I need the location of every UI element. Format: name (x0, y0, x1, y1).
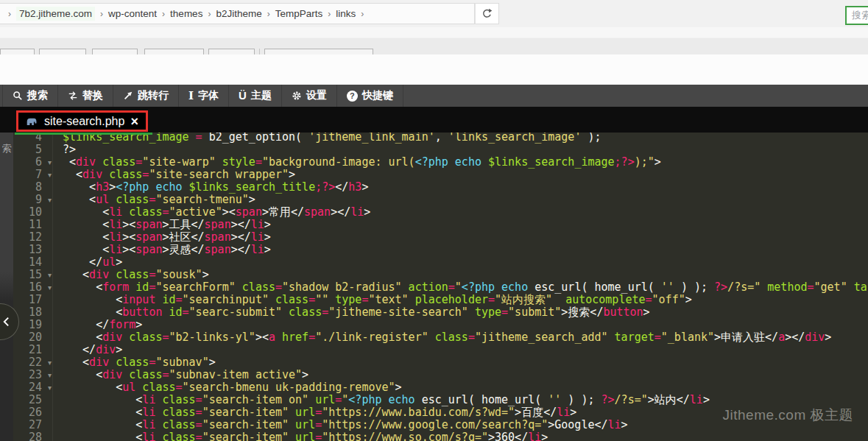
code-line[interactable]: 7▾<div class="site-search wrapper"> (13, 169, 868, 181)
code-text[interactable]: </ul> (53, 256, 868, 269)
breadcrumb-item[interactable]: links (336, 8, 356, 19)
code-line[interactable]: 21</div> (13, 344, 868, 356)
gutter: 16▾ (13, 281, 53, 294)
gutter: 26 (13, 406, 53, 419)
code-line[interactable]: 17<input id="searchinput" class="" type=… (13, 294, 868, 306)
close-icon[interactable]: × (130, 116, 138, 127)
code-text[interactable]: <form id="searchForm" class="shadow b2-r… (53, 281, 868, 294)
fold-marker-icon[interactable]: ▾ (48, 381, 52, 394)
code-line[interactable]: 19</form> (13, 319, 868, 331)
code-text[interactable]: <div class="site-search wrapper"> (53, 169, 868, 181)
code-line[interactable]: 12<li><span>社区</span></li> (13, 231, 868, 244)
code-line[interactable]: 9▾<ul class="search-tmenu"> (13, 194, 868, 206)
code-line[interactable]: 8<h3><?php echo $links_search_title;?></… (13, 181, 868, 194)
line-number: 13 (29, 243, 42, 256)
breadcrumb-item[interactable]: TempParts (275, 8, 323, 19)
toolbar-item-settings[interactable]: 设置 (282, 85, 337, 107)
code-text[interactable]: </form> (53, 319, 868, 331)
line-number: 27 (29, 418, 42, 431)
editor-window: ›7b2.jitheme.com›wp-content›themes›b2Jit… (0, 0, 868, 441)
code-line[interactable]: 15▾<div class="sousk"> (13, 269, 868, 281)
code-line[interactable]: 14</ul> (13, 256, 868, 269)
fold-marker-icon[interactable]: ▾ (48, 194, 52, 206)
line-number: 16 (29, 281, 42, 294)
code-line[interactable]: 28<li class="search-item" url="https://w… (13, 431, 868, 441)
gutter: 20 (13, 331, 53, 344)
refresh-button[interactable] (475, 3, 499, 24)
code-text[interactable]: $links_search_image = b2_get_option( 'ji… (53, 133, 868, 144)
toolbar-item-label: 跳转行 (138, 89, 169, 102)
gutter: 17 (13, 294, 53, 306)
breadcrumb-item[interactable]: 7b2.jitheme.com (16, 7, 95, 21)
code-line[interactable]: 11<li><span>工具</span></li> (13, 219, 868, 231)
code-line[interactable]: 18<button id="searc-submit" class="jithe… (13, 306, 868, 319)
code-text[interactable]: <li class="search-item" url="https://www… (53, 431, 868, 441)
gutter: 12 (13, 231, 53, 244)
fold-marker-icon[interactable]: ▾ (48, 156, 52, 169)
code-text[interactable]: <div class="subnav"> (53, 356, 868, 369)
code-text[interactable]: <ul class="search-bmenu uk-padding-remov… (53, 381, 868, 394)
code-line[interactable]: 13<li><span>灵感</span></li> (13, 244, 868, 256)
code-text[interactable]: <li class="search-item on" url="<?php ec… (53, 394, 868, 406)
code-text[interactable]: <li><span>工具</span></li> (53, 219, 868, 231)
code-text[interactable]: <ul class="search-tmenu"> (53, 194, 868, 206)
breadcrumb-item[interactable]: wp-content (108, 8, 157, 19)
fold-marker-icon[interactable]: ▾ (48, 281, 52, 294)
toolbar-item-font[interactable]: I字体 (179, 85, 229, 107)
breadcrumb-bar: ›7b2.jitheme.com›wp-content›themes›b2Jit… (0, 0, 868, 27)
gutter: 6▾ (13, 156, 53, 169)
shortcut-icon: ? (347, 91, 358, 102)
gutter: 24▾ (13, 381, 53, 394)
breadcrumb-item[interactable]: b2Jitheme (216, 8, 261, 19)
code-text[interactable]: <li><span>灵感</span></li> (53, 244, 868, 256)
code-line[interactable]: 25<li class="search-item on" url="<?php … (13, 394, 868, 406)
toolbar-item-label: 快捷键 (362, 89, 393, 102)
line-number: 26 (29, 406, 42, 419)
background-panel (0, 54, 868, 85)
search-box[interactable]: 搜索 (845, 6, 868, 25)
toolbar-item-label: 设置 (306, 89, 327, 102)
toolbar-item-theme[interactable]: Ü主题 (229, 85, 282, 107)
code-text[interactable]: <li><span>社区</span></li> (53, 231, 868, 244)
code-line[interactable]: 22▾<div class="subnav"> (13, 356, 868, 369)
jump-icon (123, 91, 133, 101)
code-text[interactable]: </div> (53, 344, 868, 356)
fold-marker-icon[interactable]: ▾ (48, 269, 52, 281)
theme-icon: Ü (239, 91, 247, 101)
toolbar-item-search[interactable]: 搜索 (2, 85, 58, 107)
code-text[interactable]: <input id="searchinput" class="" type="t… (53, 294, 868, 306)
line-number: 10 (29, 205, 42, 219)
code-line[interactable]: 5?> (13, 144, 868, 156)
code-text[interactable]: <button id="searc-submit" class="jitheme… (53, 306, 868, 319)
code-text[interactable]: <h3><?php echo $links_search_title;?></h… (53, 181, 868, 194)
code-text[interactable]: <div class="b2-links-yl"><a href="./link… (53, 331, 868, 344)
line-number: 25 (29, 393, 42, 406)
gutter: 28 (13, 431, 53, 441)
code-line[interactable]: 16▾<form id="searchForm" class="shadow b… (13, 281, 868, 294)
code-editor[interactable]: 索 4$links_search_image = b2_get_option( … (0, 133, 868, 441)
strip-divider (259, 49, 260, 54)
code-line[interactable]: 6▾<div class="site-warp" style="backgrou… (13, 156, 868, 169)
code-text[interactable]: ?> (53, 144, 868, 156)
toolbar-item-shortcut[interactable]: ?快捷键 (337, 85, 403, 107)
tab-site-search-php[interactable]: site-search.php × (16, 110, 148, 132)
gutter: 7▾ (13, 169, 53, 181)
rail-panel-tab[interactable]: 索 (0, 142, 13, 155)
line-number: 17 (29, 293, 42, 306)
code-line[interactable]: 20<div class="b2-links-yl"><a href="./li… (13, 331, 868, 344)
fold-marker-icon[interactable]: ▾ (48, 369, 52, 381)
code-lines: 4$links_search_image = b2_get_option( 'j… (13, 133, 868, 441)
fold-marker-icon[interactable]: ▾ (48, 356, 52, 369)
fold-marker-icon[interactable]: ▾ (48, 169, 52, 181)
code-line[interactable]: 23▾<div class="subnav-item active"> (13, 369, 868, 381)
code-text[interactable]: <div class="site-warp" style="background… (53, 156, 868, 169)
toolbar-item-label: 替换 (82, 89, 103, 102)
breadcrumb-item[interactable]: themes (170, 8, 202, 19)
toolbar-item-replace[interactable]: 替换 (58, 85, 113, 107)
code-text[interactable]: <div class="subnav-item active"> (53, 369, 868, 381)
code-text[interactable]: <div class="sousk"> (53, 269, 868, 281)
code-line[interactable]: 10<li class="active"><span>常用</span></li… (13, 206, 868, 219)
toolbar-item-jump[interactable]: 跳转行 (113, 85, 179, 107)
code-text[interactable]: <li class="active"><span>常用</span></li> (53, 206, 868, 219)
code-line[interactable]: 24▾<ul class="search-bmenu uk-padding-re… (13, 381, 868, 394)
